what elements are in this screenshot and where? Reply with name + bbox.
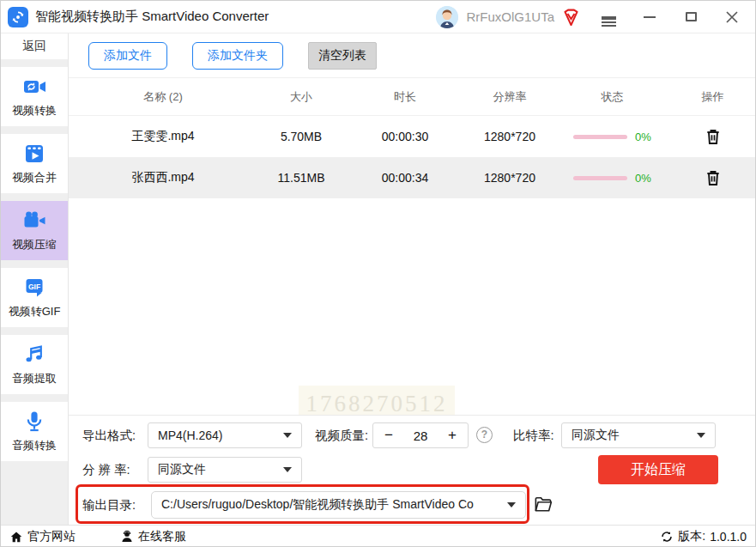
maximize-icon[interactable] — [678, 5, 704, 29]
home-icon — [9, 531, 23, 544]
sidebar-item-label: 音频转换 — [12, 438, 57, 453]
file-size: 11.51MB — [257, 171, 345, 185]
col-size: 大小 — [257, 89, 345, 105]
output-dir-value: C:/Users/ruguo/Desktop/智能视频转换助手 SmartVid… — [161, 497, 500, 513]
sidebar-item-label: 视频合并 — [12, 170, 57, 185]
file-status: 0% — [554, 131, 670, 143]
file-list-empty-area: 1768270512 — [69, 198, 755, 415]
folder-icon — [534, 495, 553, 513]
customer-service-icon — [120, 530, 134, 544]
video-compress-icon — [22, 209, 46, 233]
sidebar-item-audio-convert[interactable]: 音频转换 — [1, 402, 68, 461]
version-label: 版本: — [678, 529, 705, 544]
sidebar-item-label: 音频提取 — [12, 371, 57, 386]
chevron-down-icon — [283, 433, 292, 438]
chevron-down-icon — [283, 467, 292, 472]
online-support-link[interactable]: 在线客服 — [120, 529, 186, 544]
sidebar-item-audio-extract[interactable]: 音频提取 — [1, 335, 68, 394]
progress-bar — [573, 176, 627, 180]
col-duration: 时长 — [345, 89, 465, 105]
clear-list-button[interactable]: 清空列表 — [308, 42, 377, 70]
resolution-select[interactable]: 同源文件 — [148, 457, 302, 483]
progress-percent: 0% — [635, 172, 651, 185]
browse-folder-button[interactable] — [533, 495, 553, 515]
sidebar-item-label: 视频压缩 — [12, 237, 57, 252]
export-format-label: 导出格式: — [82, 422, 136, 448]
sidebar-item-label: 视频转GIF — [9, 304, 61, 319]
quality-stepper[interactable]: − 28 + — [372, 422, 469, 448]
video-merge-icon — [22, 142, 46, 166]
quality-value: 28 — [414, 428, 428, 443]
chevron-down-icon — [507, 502, 516, 507]
file-size: 5.70MB — [257, 130, 345, 143]
version-value: 1.0.1.0 — [710, 530, 747, 544]
official-website-label: 官方网站 — [27, 529, 76, 544]
quality-increase-button[interactable]: + — [445, 427, 459, 444]
resolution-label: 分 辨 率: — [82, 457, 130, 483]
col-resolution: 分辨率 — [465, 89, 554, 105]
file-name: 王雯雯.mp4 — [69, 129, 257, 144]
main-panel: 添加文件 添加文件夹 清空列表 名称 (2) 大小 时长 分辨率 状态 操作 王… — [69, 33, 755, 525]
table-row: 张西西.mp4 11.51MB 00:00:34 1280*720 0% — [69, 157, 755, 198]
add-folder-button[interactable]: 添加文件夹 — [192, 42, 283, 70]
output-dir-select[interactable]: C:/Users/ruguo/Desktop/智能视频转换助手 SmartVid… — [151, 491, 526, 519]
video-convert-icon — [22, 75, 46, 99]
progress-bar — [573, 135, 627, 139]
table-header: 名称 (2) 大小 时长 分辨率 状态 操作 — [69, 78, 755, 116]
sidebar: 返回 视频转换 — [1, 33, 69, 525]
col-action: 操作 — [670, 89, 755, 105]
user-avatar[interactable] — [436, 6, 458, 28]
export-format-value: MP4(H.264) — [158, 428, 276, 442]
settings-panel: 导出格式: MP4(H.264) 视频质量: − 28 + ? 比特率: 同源文… — [69, 415, 755, 525]
sidebar-item-video-compress[interactable]: 视频压缩 — [1, 201, 68, 260]
titlebar: 智能视频转换助手 SmartVideo Converter RrFuxOlG1U… — [1, 1, 755, 33]
refresh-icon[interactable] — [660, 530, 674, 544]
help-icon[interactable]: ? — [476, 427, 493, 443]
col-name: 名称 (2) — [69, 89, 257, 105]
sidebar-item-video-merge[interactable]: 视频合并 — [1, 134, 68, 193]
video-quality-label: 视频质量: — [315, 422, 368, 448]
toolbar: 添加文件 添加文件夹 清空列表 — [69, 33, 755, 78]
minimize-icon[interactable] — [637, 5, 662, 29]
sidebar-item-video-to-gif[interactable]: GIF 视频转GIF — [1, 268, 68, 327]
file-duration: 00:00:34 — [345, 171, 465, 185]
app-logo-icon — [8, 7, 28, 27]
sidebar-item-video-convert[interactable]: 视频转换 — [1, 67, 68, 126]
file-name: 张西西.mp4 — [69, 170, 257, 185]
chevron-down-icon — [697, 433, 705, 438]
back-button[interactable]: 返回 — [1, 33, 68, 59]
username: RrFuxOlG1UTa — [466, 9, 554, 24]
file-resolution: 1280*720 — [465, 171, 554, 185]
quality-decrease-button[interactable]: − — [382, 427, 396, 444]
hamburger-menu-icon[interactable] — [596, 5, 621, 29]
footer: 官方网站 在线客服 版本: 1.0.1.0 — [1, 525, 755, 547]
trash-icon[interactable] — [705, 127, 722, 146]
start-compress-button[interactable]: 开始压缩 — [598, 455, 718, 484]
bitrate-value: 同源文件 — [572, 428, 690, 443]
audio-convert-icon — [22, 410, 46, 434]
progress-percent: 0% — [635, 131, 651, 143]
col-status: 状态 — [554, 89, 670, 105]
svg-text:GIF: GIF — [28, 283, 40, 291]
app-window: 智能视频转换助手 SmartVideo Converter RrFuxOlG1U… — [0, 0, 756, 547]
sidebar-item-label: 视频转换 — [12, 103, 57, 119]
output-dir-label: 输出目录: — [82, 492, 136, 518]
file-resolution: 1280*720 — [465, 130, 554, 143]
export-format-select[interactable]: MP4(H.264) — [148, 422, 302, 448]
close-icon[interactable] — [719, 5, 745, 29]
online-support-label: 在线客服 — [138, 529, 186, 544]
video-to-gif-icon: GIF — [22, 276, 46, 300]
file-duration: 00:00:30 — [345, 130, 465, 143]
bitrate-label: 比特率: — [513, 422, 554, 448]
audio-extract-icon — [22, 343, 46, 367]
app-title: 智能视频转换助手 SmartVideo Converter — [35, 9, 269, 25]
file-status: 0% — [554, 172, 670, 185]
vip-badge-icon[interactable] — [561, 8, 580, 27]
table-row: 王雯雯.mp4 5.70MB 00:00:30 1280*720 0% — [69, 116, 755, 157]
add-file-button[interactable]: 添加文件 — [88, 42, 167, 70]
official-website-link[interactable]: 官方网站 — [9, 529, 76, 544]
trash-icon[interactable] — [705, 168, 722, 187]
resolution-value: 同源文件 — [158, 462, 276, 477]
bitrate-select[interactable]: 同源文件 — [561, 422, 716, 448]
